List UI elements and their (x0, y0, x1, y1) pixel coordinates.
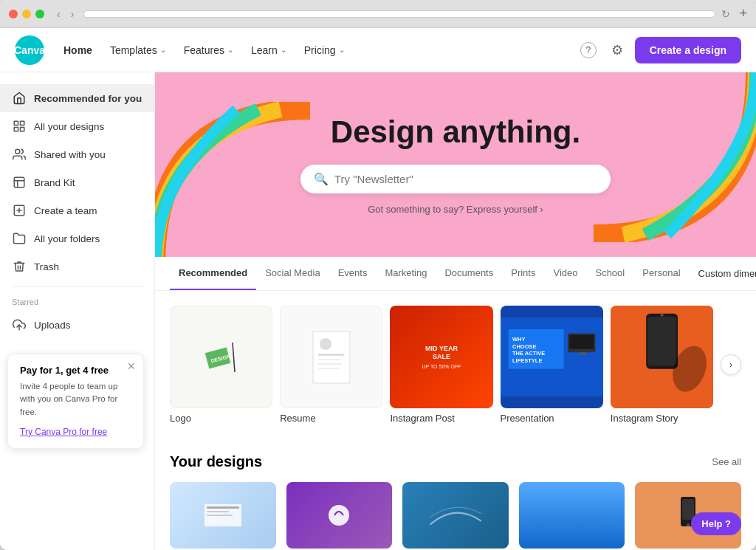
design-card-story[interactable]: Instagram Story (611, 306, 713, 424)
tab-school[interactable]: School (586, 257, 633, 290)
promo-link[interactable]: Try Canva Pro for free (20, 427, 107, 437)
tab-personal[interactable]: Personal (633, 257, 689, 290)
recommended-section: DESIGN Logo (155, 291, 756, 439)
sidebar-item-uploads[interactable]: Uploads (0, 311, 154, 339)
svg-rect-18 (318, 368, 339, 369)
settings-button[interactable]: ⚙ (608, 39, 626, 61)
svg-line-12 (233, 343, 235, 372)
promo-text: Invite 4 people to team up with you on C… (20, 380, 131, 419)
tab-events[interactable]: Events (329, 257, 377, 290)
templates-chevron-icon: ⌄ (160, 46, 166, 54)
address-bar[interactable] (83, 10, 715, 18)
help-button[interactable]: Help ? (691, 512, 741, 535)
main-content: Recommended for you All your designs Sha… (0, 72, 756, 550)
sidebar-item-brand[interactable]: Brand Kit (0, 168, 154, 196)
your-design-thumb-1 (170, 482, 276, 549)
svg-point-4 (16, 149, 20, 154)
features-label: Features (184, 44, 224, 56)
hero-search-bar[interactable]: 🔍 (300, 165, 611, 193)
nav-pricing[interactable]: Pricing ⌄ (297, 38, 352, 62)
pricing-label: Pricing (304, 44, 336, 56)
uploads-label: Uploads (34, 320, 71, 331)
folder-icon (12, 231, 27, 246)
your-design-thumb-4 (519, 482, 625, 549)
svg-rect-13 (313, 331, 350, 383)
svg-rect-30 (647, 317, 676, 365)
svg-text:WHY: WHY (512, 336, 525, 343)
svg-rect-27 (580, 352, 586, 354)
sidebar-item-create-team[interactable]: Create a team (0, 196, 154, 224)
svg-rect-5 (14, 177, 24, 188)
nav-home[interactable]: Home (56, 38, 100, 62)
svg-rect-35 (207, 511, 229, 512)
templates-label: Templates (110, 44, 157, 56)
svg-rect-17 (318, 363, 342, 365)
resume-thumb-image (307, 328, 355, 387)
your-design-card-1[interactable] (170, 482, 276, 549)
minimize-button[interactable] (22, 10, 31, 18)
your-design-card-4[interactable] (519, 482, 625, 549)
custom-dimensions-link[interactable]: Custom dimensions (690, 258, 756, 289)
promo-popup: ✕ Pay for 1, get 4 free Invite 4 people … (7, 354, 144, 449)
your-design-card-3[interactable] (402, 482, 509, 549)
help-icon-button[interactable]: ? (577, 38, 599, 61)
tab-documents[interactable]: Documents (436, 257, 502, 290)
tab-recommended[interactable]: Recommended (170, 257, 256, 290)
promo-close-button[interactable]: ✕ (127, 360, 136, 372)
sidebar-item-shared[interactable]: Shared with you (0, 140, 154, 168)
design-card-resume[interactable]: Resume (280, 306, 382, 424)
instagram-thumb: MID YEARSALE UP TO 50% OFF (390, 306, 492, 408)
nav-learn[interactable]: Learn ⌄ (244, 38, 294, 62)
tab-prints[interactable]: Prints (502, 257, 544, 290)
maximize-button[interactable] (35, 10, 44, 18)
logo-thumb: DESIGN (170, 306, 272, 408)
resume-label: Resume (280, 413, 382, 424)
nav-right: ? ⚙ Create a design (577, 37, 741, 63)
trash-icon (12, 259, 27, 274)
design-card-instagram[interactable]: MID YEARSALE UP TO 50% OFF Instagram Pos… (390, 306, 492, 424)
hero-subtitle[interactable]: Got something to say? Express yourself › (368, 204, 543, 215)
question-icon: ? (580, 42, 597, 58)
your-designs-grid (170, 482, 741, 549)
logo[interactable]: Canva (15, 35, 44, 65)
learn-label: Learn (251, 44, 278, 56)
design-card-logo[interactable]: DESIGN Logo (170, 306, 272, 424)
promo-title: Pay for 1, get 4 free (20, 365, 131, 376)
scroll-right-arrow[interactable]: › (721, 354, 741, 375)
sidebar-item-folders[interactable]: All your folders (0, 224, 154, 252)
nav-features[interactable]: Features ⌄ (176, 38, 241, 62)
users-icon (12, 147, 27, 162)
forward-button[interactable]: › (67, 7, 78, 21)
your-designs-section: Your designs See all (155, 439, 756, 550)
back-button[interactable]: ‹ (53, 7, 64, 21)
logo-thumb-image: DESIGN (192, 335, 251, 379)
tab-marketing[interactable]: Marketing (376, 257, 436, 290)
tab-video[interactable]: Video (544, 257, 586, 290)
see-all-link[interactable]: See all (712, 456, 741, 467)
svg-rect-36 (207, 515, 233, 516)
create-design-button[interactable]: Create a design (635, 37, 741, 63)
sidebar-item-recommended[interactable]: Recommended for you (0, 84, 154, 112)
svg-point-40 (687, 523, 690, 526)
your-designs-header: Your designs See all (170, 453, 741, 470)
svg-text:THE ACTIVE: THE ACTIVE (512, 350, 545, 357)
nav-templates[interactable]: Templates ⌄ (103, 38, 173, 62)
sidebar-item-trash[interactable]: Trash (0, 252, 154, 281)
refresh-button[interactable]: ↻ (721, 8, 730, 20)
tab-social-media[interactable]: Social Media (256, 257, 329, 290)
your-design-card-2[interactable] (286, 482, 393, 549)
close-button[interactable] (9, 10, 18, 18)
hero-search-input[interactable] (334, 173, 597, 185)
all-folders-label: All your folders (34, 233, 100, 244)
all-designs-label: All your designs (34, 121, 104, 132)
learn-chevron-icon: ⌄ (281, 46, 286, 54)
svg-rect-15 (318, 354, 344, 356)
svg-rect-34 (207, 506, 239, 509)
browser-window: ‹ › ↻ + Canva Home Templates ⌄ Features … (0, 0, 756, 550)
new-tab-button[interactable]: + (739, 6, 747, 21)
top-nav: Canva Home Templates ⌄ Features ⌄ Learn … (0, 28, 756, 72)
design-card-presentation[interactable]: WHY CHOOSE THE ACTIVE LIFESTYLE Presenta… (501, 306, 603, 424)
sidebar-item-all-designs[interactable]: All your designs (0, 112, 154, 140)
story-thumb-image (611, 306, 713, 408)
hero-banner: Design anything. 🔍 Got something to say?… (155, 72, 756, 257)
